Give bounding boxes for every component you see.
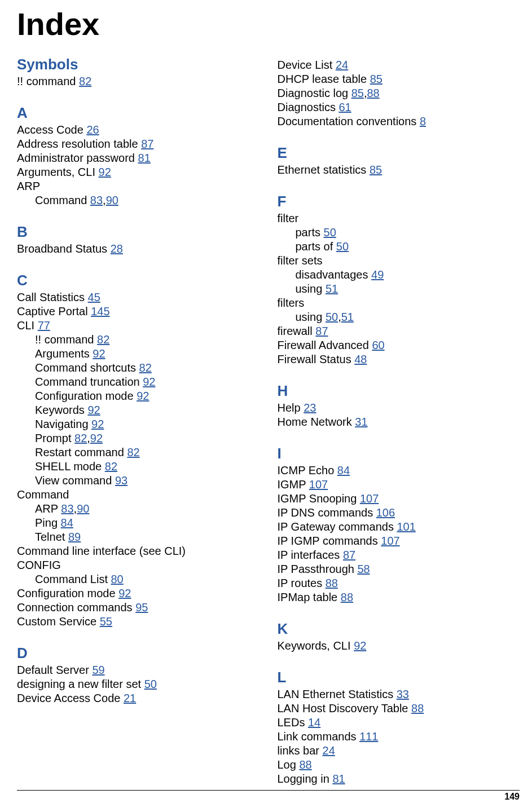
index-page-link[interactable]: 26 (86, 123, 99, 136)
index-page-link[interactable]: 24 (336, 59, 348, 71)
index-page-link[interactable]: 83 (61, 502, 73, 515)
index-page-link[interactable]: 92 (90, 432, 103, 444)
index-term: Custom Service (17, 615, 96, 628)
index-page-link[interactable]: 95 (135, 601, 148, 614)
index-entry: SHELL mode 82 (17, 460, 255, 474)
index-page-link[interactable]: 82 (97, 333, 109, 346)
index-page-link[interactable]: 82 (127, 446, 139, 458)
index-entry: IP IGMP commands 107 (278, 534, 516, 548)
index-page-link[interactable]: 21 (124, 692, 136, 704)
index-page-link[interactable]: 101 (397, 520, 415, 533)
index-page-link[interactable]: 145 (91, 305, 109, 317)
index-page-link[interactable]: 88 (299, 758, 311, 771)
index-term: filter sets (278, 254, 323, 267)
index-term: Ping (35, 517, 58, 529)
index-page-link[interactable]: 83 (90, 194, 103, 206)
index-term: Device List (278, 59, 333, 71)
index-page-link[interactable]: 87 (141, 138, 153, 150)
index-page-link[interactable]: 106 (376, 506, 395, 519)
index-pages: 101 (397, 520, 415, 533)
index-term: LAN Host Discovery Table (278, 702, 408, 714)
index-page-link[interactable]: 87 (343, 549, 355, 561)
index-page-link[interactable]: 28 (111, 242, 123, 255)
index-page-link[interactable]: 92 (118, 587, 131, 599)
index-page-link[interactable]: 90 (106, 194, 118, 206)
index-page-link[interactable]: 61 (338, 101, 351, 113)
index-page-link[interactable]: 82 (74, 432, 87, 444)
index-section: Ffilterparts 50parts of 50filter setsdis… (278, 193, 516, 367)
index-page-link[interactable]: 107 (360, 492, 379, 505)
index-page-link[interactable]: 77 (38, 319, 50, 332)
index-page-link[interactable]: 85 (370, 164, 382, 176)
index-term: !! command (17, 75, 76, 87)
index-page-link[interactable]: 92 (99, 166, 111, 178)
index-page-link[interactable]: 50 (324, 226, 336, 239)
index-page-link[interactable]: 23 (304, 401, 316, 414)
index-page-link[interactable]: 84 (61, 517, 73, 529)
index-page-link[interactable]: 92 (354, 639, 366, 652)
index-entry: Diagnostic log 85,88 (278, 86, 516, 100)
index-term: CLI (17, 319, 34, 332)
index-page-link[interactable]: 14 (308, 716, 320, 729)
index-page-link[interactable]: 55 (100, 615, 112, 628)
index-page-link[interactable]: 49 (371, 268, 384, 281)
index-term: Call Statistics (17, 291, 85, 303)
index-page-link[interactable]: 82 (105, 460, 117, 473)
index-term: Arguments (35, 347, 90, 360)
index-term: SHELL mode (35, 460, 102, 473)
index-page-link[interactable]: 50 (144, 678, 157, 690)
index-page-link[interactable]: 88 (367, 87, 380, 99)
index-page-link[interactable]: 58 (357, 563, 370, 575)
index-page-link[interactable]: 8 (420, 115, 426, 127)
index-page-link[interactable]: 31 (355, 416, 367, 428)
index-entry: filter (278, 211, 516, 226)
index-page-link[interactable]: 24 (323, 744, 335, 757)
index-page-link[interactable]: 85 (370, 73, 382, 85)
index-term: Keywords, CLI (278, 639, 351, 652)
index-section: Device List 24DHCP lease table 85Diagnos… (278, 58, 516, 129)
index-page-link[interactable]: 93 (115, 474, 127, 487)
index-page-link[interactable]: 92 (137, 390, 149, 402)
index-page-link[interactable]: 81 (332, 773, 345, 785)
index-page-link[interactable]: 90 (77, 502, 89, 515)
index-page-link[interactable]: 85 (351, 87, 364, 99)
index-term: Help (278, 401, 301, 414)
index-letter: E (278, 144, 516, 162)
index-page-link[interactable]: 82 (139, 361, 152, 374)
index-page-link[interactable]: 82 (79, 75, 91, 87)
index-page-link[interactable]: 88 (326, 577, 338, 589)
index-page-link[interactable]: 107 (309, 478, 328, 491)
index-page-link[interactable]: 84 (337, 464, 350, 476)
index-page-link[interactable]: 51 (341, 311, 354, 323)
index-entry: IGMP Snooping 107 (278, 492, 516, 506)
index-page-link[interactable]: 45 (88, 291, 100, 303)
index-page-link[interactable]: 81 (138, 152, 151, 164)
index-page-link[interactable]: 92 (93, 347, 105, 360)
index-term: parts (296, 226, 320, 239)
index-pages: 50 (144, 678, 157, 690)
index-page-link[interactable]: 92 (87, 404, 100, 416)
index-page-link[interactable]: 92 (143, 376, 155, 388)
index-entry: CLI 77 (17, 319, 255, 333)
index-page-link[interactable]: 87 (315, 325, 328, 337)
index-page-link[interactable]: 92 (91, 418, 104, 430)
index-page-link[interactable]: 50 (336, 240, 349, 253)
index-page-link[interactable]: 80 (111, 573, 124, 585)
index-page-link[interactable]: 88 (411, 702, 424, 714)
index-page-link[interactable]: 88 (341, 591, 353, 603)
index-page-link[interactable]: 111 (359, 730, 378, 743)
index-page-link[interactable]: 89 (68, 531, 81, 543)
index-pages: 80 (111, 573, 124, 585)
index-pages: 87 (343, 549, 355, 561)
index-page-link[interactable]: 33 (397, 688, 409, 700)
index-page-link[interactable]: 107 (381, 535, 399, 547)
index-letter: A (17, 104, 255, 122)
index-letter: K (278, 620, 516, 638)
index-page-link[interactable]: 48 (354, 353, 367, 365)
index-entry: Restart command 82 (17, 445, 255, 460)
index-page-link[interactable]: 60 (372, 339, 384, 351)
index-pages: 48 (354, 353, 367, 365)
index-page-link[interactable]: 50 (326, 311, 338, 323)
index-page-link[interactable]: 59 (92, 664, 104, 676)
index-page-link[interactable]: 51 (326, 283, 338, 295)
